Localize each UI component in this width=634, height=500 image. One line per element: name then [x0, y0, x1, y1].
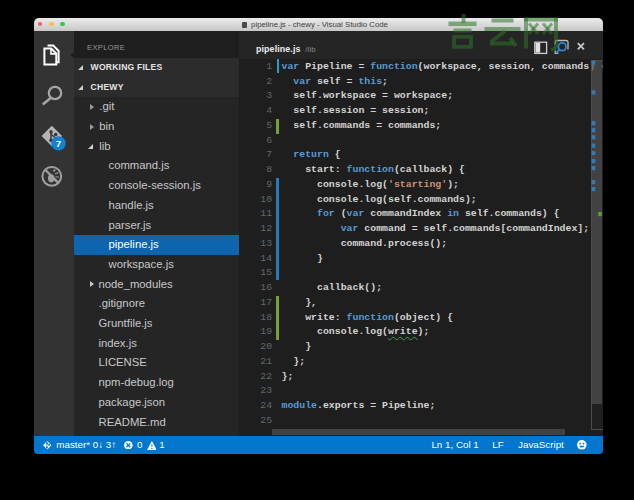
svg-text:7: 7 — [56, 138, 62, 149]
